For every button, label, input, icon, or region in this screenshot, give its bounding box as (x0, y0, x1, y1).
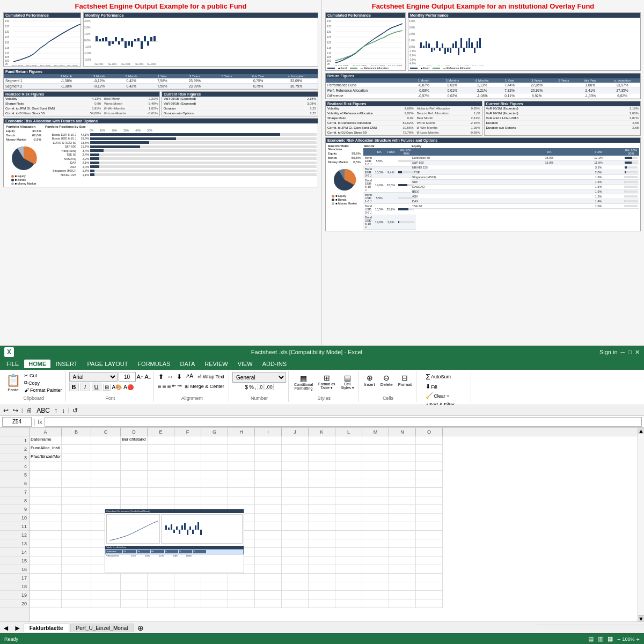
formula-input-field[interactable] (45, 417, 642, 427)
cell[interactable] (91, 479, 121, 488)
cell[interactable] (309, 488, 335, 496)
cell[interactable] (62, 479, 91, 488)
cell[interactable] (309, 514, 335, 522)
cell[interactable] (309, 582, 335, 591)
cell[interactable] (228, 574, 255, 582)
cell[interactable] (228, 453, 255, 462)
cell[interactable] (30, 505, 62, 514)
cell[interactable] (389, 539, 416, 548)
cell[interactable] (362, 453, 389, 462)
cell[interactable] (335, 445, 362, 453)
cell-styles-btn[interactable]: ▤ CellStyles ▾ (339, 372, 356, 392)
cell[interactable] (121, 462, 148, 471)
cell[interactable] (282, 445, 309, 453)
cell[interactable] (121, 496, 148, 505)
cell[interactable] (416, 488, 443, 496)
minimize-btn[interactable]: ─ (621, 349, 625, 355)
cell[interactable] (91, 488, 121, 496)
cell[interactable] (362, 574, 389, 582)
cell[interactable] (30, 557, 62, 565)
cell[interactable] (148, 599, 174, 608)
view-layout-btn[interactable]: ▥ (598, 635, 603, 642)
cell[interactable] (201, 462, 228, 471)
align-left-btn[interactable]: ≡ (157, 383, 161, 390)
cell[interactable] (201, 471, 228, 479)
cell[interactable] (282, 522, 309, 531)
cell[interactable] (282, 453, 309, 462)
cell[interactable] (174, 462, 201, 471)
cell[interactable] (228, 445, 255, 453)
cell[interactable]: FundAlloc_Insti (30, 445, 62, 453)
cell[interactable] (335, 453, 362, 462)
view-normal-btn[interactable]: ▤ (588, 635, 594, 642)
align-right-btn[interactable]: ≡ (167, 383, 171, 390)
cell[interactable] (335, 531, 362, 539)
cell[interactable] (62, 514, 91, 522)
cell[interactable] (282, 514, 309, 522)
cell[interactable] (148, 471, 174, 479)
autosum-btn[interactable]: Σ AutoSum (425, 372, 464, 382)
cell[interactable] (62, 591, 91, 599)
cell[interactable] (121, 445, 148, 453)
cell[interactable] (62, 522, 91, 531)
font-size-input[interactable] (119, 372, 136, 382)
cell[interactable] (62, 531, 91, 539)
cell[interactable] (362, 462, 389, 471)
cell[interactable] (416, 505, 443, 514)
cell[interactable] (335, 488, 362, 496)
cell[interactable] (121, 574, 148, 582)
table-row[interactable]: DateinameBerichtstand (30, 436, 638, 445)
cell[interactable] (91, 462, 121, 471)
cell[interactable] (228, 582, 255, 591)
tab-insert[interactable]: INSERT (52, 360, 82, 368)
cell[interactable] (416, 471, 443, 479)
cell[interactable] (309, 599, 335, 608)
cell[interactable] (335, 436, 362, 445)
cell[interactable] (416, 539, 443, 548)
cell[interactable] (389, 582, 416, 591)
fx-label[interactable]: fx (38, 419, 42, 425)
vertical-scrollbar[interactable]: ▲ ▼ (638, 428, 644, 621)
format-painter-button[interactable]: 🖌 Format Painter (23, 387, 63, 393)
cell[interactable] (201, 453, 228, 462)
cell[interactable] (282, 488, 309, 496)
cell[interactable] (255, 582, 282, 591)
cell[interactable] (416, 436, 443, 445)
cell[interactable] (416, 582, 443, 591)
cell[interactable] (121, 488, 148, 496)
cell[interactable] (174, 599, 201, 608)
cell[interactable] (282, 574, 309, 582)
cell[interactable] (362, 505, 389, 514)
cell[interactable] (309, 548, 335, 557)
cell[interactable] (362, 496, 389, 505)
cell[interactable] (148, 479, 174, 488)
cell[interactable] (335, 462, 362, 471)
increase-font-btn[interactable]: A↑ (137, 374, 144, 380)
cell[interactable] (389, 514, 416, 522)
font-name-selector[interactable]: Arial (69, 372, 118, 382)
cell[interactable] (255, 445, 282, 453)
cell[interactable] (91, 453, 121, 462)
cell[interactable] (91, 496, 121, 505)
cell[interactable] (416, 522, 443, 531)
cell[interactable] (148, 453, 174, 462)
cell[interactable] (416, 531, 443, 539)
fill-btn[interactable]: ⬇ Fill (425, 383, 464, 391)
cell[interactable] (282, 462, 309, 471)
cell[interactable] (416, 574, 443, 582)
view-page-break-btn[interactable]: ▦ (608, 635, 613, 642)
cell[interactable] (255, 462, 282, 471)
undo-btn[interactable]: ↩ (2, 406, 10, 415)
cell[interactable] (282, 531, 309, 539)
cell[interactable] (389, 445, 416, 453)
cell[interactable] (282, 548, 309, 557)
cell[interactable] (255, 514, 282, 522)
cell[interactable] (148, 582, 174, 591)
cell[interactable] (362, 548, 389, 557)
table-row[interactable] (30, 599, 638, 608)
cell[interactable] (309, 471, 335, 479)
cell[interactable] (309, 565, 335, 574)
align-middle-btn[interactable]: ↔ (166, 372, 174, 382)
cell[interactable] (30, 471, 62, 479)
cell[interactable] (228, 591, 255, 599)
